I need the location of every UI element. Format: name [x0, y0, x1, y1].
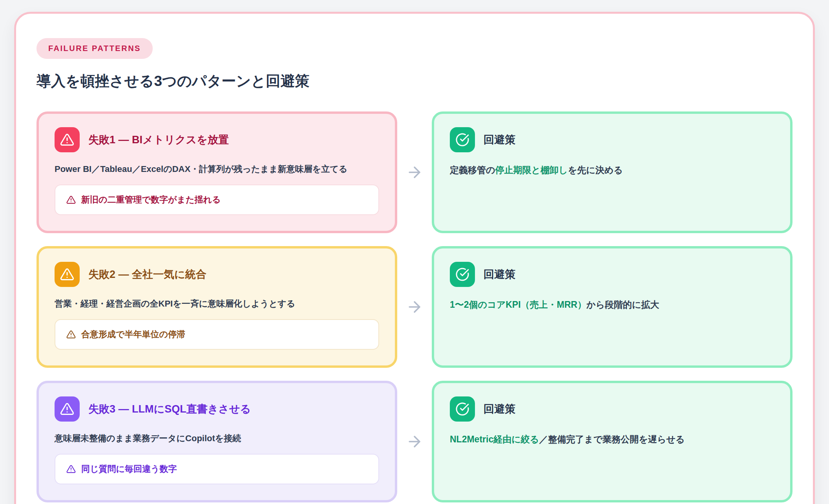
solution-card-3-title: 回避策 [484, 402, 515, 416]
solution-card-3-text-post: ／整備完了まで業務公開を遅らせる [539, 434, 685, 444]
warning-triangle-icon [55, 396, 80, 422]
arrow-right-icon [397, 246, 432, 368]
solution-card-1-header: 回避策 [450, 127, 774, 152]
solution-card-1-text-highlight: 停止期限と棚卸し [495, 165, 568, 175]
solution-card-3-text: NL2Metric経由に絞る／整備完了まで業務公開を遅らせる [450, 433, 774, 446]
failure-card-2-description: 営業・経理・経営企画の全KPIを一斉に意味層化しようとする [55, 298, 379, 310]
solution-card-1-text-pre: 定義移管の [450, 165, 495, 175]
failure-card-1: 失敗1 — BIメトリクスを放置 Power BI／Tableau／Excelの… [37, 111, 397, 233]
failure-card-1-title: 失敗1 — BIメトリクスを放置 [88, 133, 229, 147]
solution-card-1: 回避策 定義移管の停止期限と棚卸しを先に決める [432, 111, 792, 233]
failure-card-3-title: 失敗3 — LLMにSQL直書きさせる [88, 402, 251, 416]
solution-card-3-text-highlight: NL2Metric経由に絞る [450, 434, 539, 444]
warning-triangle-icon [55, 127, 80, 152]
solution-card-2-text-post: から段階的に拡大 [586, 299, 659, 310]
solution-card-2-text: 1〜2個のコアKPI（売上・MRR）から段階的に拡大 [450, 299, 774, 311]
failure-card-1-consequence-text: 新旧の二重管理で数字がまた揺れる [81, 194, 221, 206]
failure-card-1-description: Power BI／Tableau／ExcelのDAX・計算列が残ったまま新意味層… [55, 163, 379, 175]
page-title: 導入を頓挫させる3つのパターンと回避策 [37, 71, 792, 91]
solution-card-2-title: 回避策 [484, 267, 515, 281]
failure-patterns-badge: FAILURE PATTERNS [37, 38, 153, 59]
failure-card-3-description: 意味層未整備のまま業務データにCopilotを接続 [55, 433, 379, 444]
warning-triangle-icon [66, 464, 76, 474]
arrow-right-icon [397, 111, 432, 233]
pattern-row-1: 失敗1 — BIメトリクスを放置 Power BI／Tableau／Excelの… [37, 111, 792, 233]
solution-card-1-title: 回避策 [484, 133, 515, 147]
pattern-row-2: 失敗2 — 全社一気に統合 営業・経理・経営企画の全KPIを一斉に意味層化しよう… [37, 246, 792, 368]
failure-card-2-header: 失敗2 — 全社一気に統合 [55, 262, 379, 287]
warning-triangle-icon [55, 262, 80, 287]
solution-card-3: 回避策 NL2Metric経由に絞る／整備完了まで業務公開を遅らせる [432, 381, 792, 502]
solution-card-1-text-post: を先に決める [568, 165, 623, 175]
check-circle-icon [450, 396, 475, 422]
slide-container: FAILURE PATTERNS 導入を頓挫させる3つのパターンと回避策 失敗1… [14, 12, 815, 504]
failure-card-1-header: 失敗1 — BIメトリクスを放置 [55, 127, 379, 152]
failure-card-2-title: 失敗2 — 全社一気に統合 [88, 267, 206, 281]
check-circle-icon [450, 262, 475, 287]
solution-card-1-text: 定義移管の停止期限と棚卸しを先に決める [450, 164, 774, 176]
warning-triangle-icon [66, 195, 76, 205]
failure-card-3-consequence: 同じ質問に毎回違う数字 [55, 454, 379, 484]
solution-card-2-text-highlight: 1〜2個のコアKPI（売上・MRR） [450, 299, 586, 310]
failure-card-1-consequence: 新旧の二重管理で数字がまた揺れる [55, 184, 379, 215]
solution-card-2-header: 回避策 [450, 262, 774, 287]
arrow-right-icon [397, 381, 432, 502]
failure-card-3-header: 失敗3 — LLMにSQL直書きさせる [55, 396, 379, 422]
pattern-rows: 失敗1 — BIメトリクスを放置 Power BI／Tableau／Excelの… [37, 111, 792, 502]
solution-card-3-header: 回避策 [450, 396, 774, 422]
pattern-row-3: 失敗3 — LLMにSQL直書きさせる 意味層未整備のまま業務データにCopil… [37, 381, 792, 502]
warning-triangle-icon [66, 330, 76, 339]
check-circle-icon [450, 127, 475, 152]
failure-card-2-consequence-text: 合意形成で半年単位の停滞 [81, 329, 185, 340]
failure-card-2-consequence: 合意形成で半年単位の停滞 [55, 319, 379, 350]
failure-card-3: 失敗3 — LLMにSQL直書きさせる 意味層未整備のまま業務データにCopil… [37, 381, 397, 502]
failure-card-2: 失敗2 — 全社一気に統合 営業・経理・経営企画の全KPIを一斉に意味層化しよう… [37, 246, 397, 368]
failure-card-3-consequence-text: 同じ質問に毎回違う数字 [81, 463, 177, 475]
solution-card-2: 回避策 1〜2個のコアKPI（売上・MRR）から段階的に拡大 [432, 246, 792, 368]
